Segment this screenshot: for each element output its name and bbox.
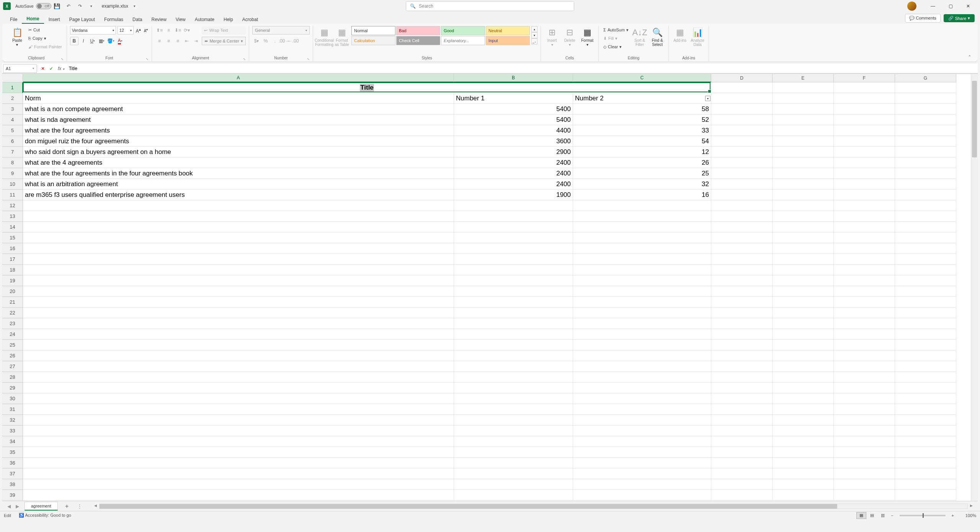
fx-icon[interactable]: fx ▾ bbox=[56, 66, 67, 71]
cell-B12[interactable] bbox=[454, 200, 573, 211]
cell-B11[interactable]: 1900 bbox=[454, 190, 573, 200]
cell-E22[interactable] bbox=[773, 308, 834, 318]
cell-A10[interactable]: what is an arbitration agreement bbox=[23, 179, 454, 190]
cell-A6[interactable]: don miguel ruiz the four agreements bbox=[23, 136, 454, 147]
row-header-26[interactable]: 26 bbox=[2, 350, 23, 361]
cell-C9[interactable]: 25 bbox=[573, 168, 711, 179]
cell-F16[interactable] bbox=[834, 243, 895, 254]
cell-B28[interactable] bbox=[454, 372, 573, 383]
cell-F39[interactable] bbox=[834, 490, 895, 501]
tab-file[interactable]: File bbox=[5, 15, 22, 24]
cell-D17[interactable] bbox=[711, 254, 773, 265]
filter-dropdown-icon[interactable]: ▾ bbox=[705, 96, 710, 101]
cell-E32[interactable] bbox=[773, 415, 834, 426]
cell-G5[interactable] bbox=[895, 125, 956, 136]
cell-B20[interactable] bbox=[454, 286, 573, 297]
cell-F37[interactable] bbox=[834, 468, 895, 479]
cell-C6[interactable]: 54 bbox=[573, 136, 711, 147]
add-sheet-button[interactable]: + bbox=[62, 502, 72, 511]
row-header-33[interactable]: 33 bbox=[2, 426, 23, 436]
cell-A20[interactable] bbox=[23, 286, 454, 297]
cell-A26[interactable] bbox=[23, 350, 454, 361]
cell-C16[interactable] bbox=[573, 243, 711, 254]
cell-G11[interactable] bbox=[895, 190, 956, 200]
cell-F20[interactable] bbox=[834, 286, 895, 297]
wrap-text-button[interactable]: ↩Wrap Text bbox=[202, 26, 246, 34]
cell-D37[interactable] bbox=[711, 468, 773, 479]
percent-button[interactable]: % bbox=[261, 37, 270, 45]
view-page-layout-button[interactable]: ▤ bbox=[867, 512, 877, 519]
cell-D34[interactable] bbox=[711, 436, 773, 447]
col-header-C[interactable]: C bbox=[573, 74, 711, 82]
row-header-14[interactable]: 14 bbox=[2, 222, 23, 232]
merge-center-button[interactable]: ⬌Merge & Center ▾ bbox=[202, 37, 246, 45]
qat-dropdown[interactable]: ▾ bbox=[86, 2, 97, 11]
number-launcher[interactable]: ⤡ bbox=[307, 57, 310, 61]
cell-E1[interactable] bbox=[773, 82, 834, 93]
analyze-data-button[interactable]: 📊Analyze Data bbox=[689, 26, 706, 47]
cell-F21[interactable] bbox=[834, 297, 895, 308]
cell-C4[interactable]: 52 bbox=[573, 115, 711, 125]
cell-B7[interactable]: 2900 bbox=[454, 147, 573, 157]
format-as-table-button[interactable]: ▦ Format as Table bbox=[334, 26, 350, 47]
cell-G22[interactable] bbox=[895, 308, 956, 318]
enter-formula-button[interactable]: ✓ bbox=[47, 64, 56, 73]
row-header-2[interactable]: 2 bbox=[2, 93, 23, 104]
find-select-button[interactable]: 🔍Find & Select bbox=[649, 26, 665, 47]
cell-B15[interactable] bbox=[454, 232, 573, 243]
cell-F29[interactable] bbox=[834, 383, 895, 393]
search-box[interactable]: 🔍 Search bbox=[406, 1, 574, 11]
row-header-27[interactable]: 27 bbox=[2, 361, 23, 372]
increase-indent-button[interactable]: ⇥ bbox=[192, 37, 200, 45]
cell-B38[interactable] bbox=[454, 479, 573, 490]
cell-C14[interactable] bbox=[573, 222, 711, 232]
cell-A4[interactable]: what is nda agreement bbox=[23, 115, 454, 125]
cell-E2[interactable] bbox=[773, 93, 834, 104]
sheet-tabs-menu[interactable]: ⋮ bbox=[75, 502, 84, 511]
cell-C5[interactable]: 33 bbox=[573, 125, 711, 136]
cell-C10[interactable]: 32 bbox=[573, 179, 711, 190]
row-header-36[interactable]: 36 bbox=[2, 458, 23, 468]
cell-F23[interactable] bbox=[834, 318, 895, 329]
cell-A1-merged[interactable]: Title bbox=[23, 82, 711, 93]
col-header-A[interactable]: A bbox=[23, 74, 454, 82]
cell-G28[interactable] bbox=[895, 372, 956, 383]
row-header-6[interactable]: 6 bbox=[2, 136, 23, 147]
cell-A17[interactable] bbox=[23, 254, 454, 265]
tab-home[interactable]: Home bbox=[22, 14, 44, 24]
cell-G39[interactable] bbox=[895, 490, 956, 501]
select-all-corner[interactable] bbox=[2, 74, 23, 82]
cell-A18[interactable] bbox=[23, 265, 454, 275]
row-header-34[interactable]: 34 bbox=[2, 436, 23, 447]
cell-A31[interactable] bbox=[23, 404, 454, 415]
orientation-button[interactable]: ⟳▾ bbox=[183, 26, 191, 34]
cell-E9[interactable] bbox=[773, 168, 834, 179]
cell-C15[interactable] bbox=[573, 232, 711, 243]
cell-F18[interactable] bbox=[834, 265, 895, 275]
sort-filter-button[interactable]: A↓ZSort & Filter bbox=[632, 26, 648, 47]
cell-G15[interactable] bbox=[895, 232, 956, 243]
cell-E17[interactable] bbox=[773, 254, 834, 265]
zoom-level[interactable]: 100% bbox=[957, 513, 976, 518]
cell-B8[interactable]: 2400 bbox=[454, 157, 573, 168]
cell-D25[interactable] bbox=[711, 340, 773, 350]
cell-D15[interactable] bbox=[711, 232, 773, 243]
cell-F22[interactable] bbox=[834, 308, 895, 318]
cell-F17[interactable] bbox=[834, 254, 895, 265]
cell-G2[interactable] bbox=[895, 93, 956, 104]
cell-D28[interactable] bbox=[711, 372, 773, 383]
cell-F14[interactable] bbox=[834, 222, 895, 232]
cell-A29[interactable] bbox=[23, 383, 454, 393]
cell-B35[interactable] bbox=[454, 447, 573, 458]
borders-button[interactable]: ▦ ▾ bbox=[98, 37, 106, 45]
row-header-28[interactable]: 28 bbox=[2, 372, 23, 383]
cell-B25[interactable] bbox=[454, 340, 573, 350]
cell-F6[interactable] bbox=[834, 136, 895, 147]
cell-B37[interactable] bbox=[454, 468, 573, 479]
zoom-out-button[interactable]: − bbox=[891, 513, 893, 518]
cell-D38[interactable] bbox=[711, 479, 773, 490]
cell-E18[interactable] bbox=[773, 265, 834, 275]
zoom-slider[interactable] bbox=[900, 515, 946, 516]
cell-A28[interactable] bbox=[23, 372, 454, 383]
cell-E28[interactable] bbox=[773, 372, 834, 383]
